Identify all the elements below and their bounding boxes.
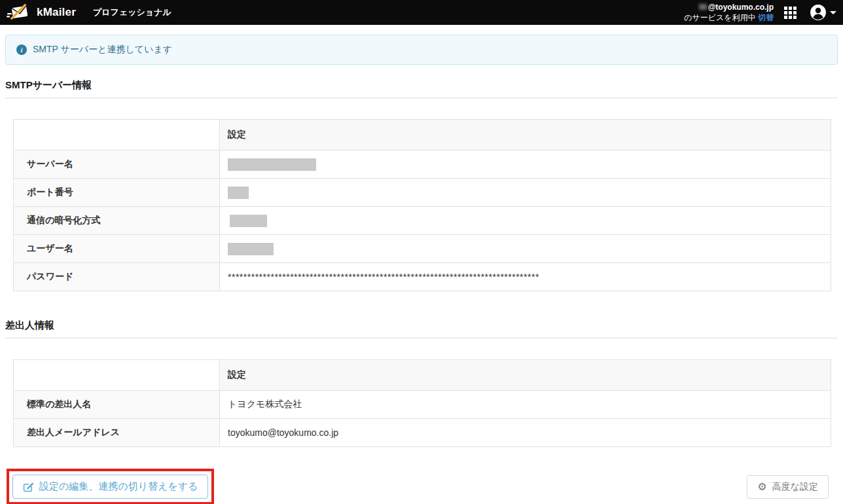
row-value xyxy=(220,235,831,263)
smtp-settings-table: 設定 サーバー名 ポート番号 通信の暗号化方式 ユーザー名 パスワード ****… xyxy=(13,119,831,291)
table-row: ポート番号 xyxy=(14,179,831,207)
sender-name-value: トヨクモ株式会社 xyxy=(220,391,831,419)
edit-button-label: 設定の編集、連携の切り替えをする xyxy=(39,480,198,493)
redacted-username xyxy=(699,4,707,10)
footer-actions: 設定の編集、連携の切り替えをする ⚙ 高度な設定 xyxy=(7,469,829,504)
apps-grid-icon[interactable] xyxy=(784,7,797,19)
table-row: 通信の暗号化方式 xyxy=(14,207,831,235)
advanced-button-label: 高度な設定 xyxy=(772,481,818,493)
sender-email-value: toyokumo@toyokumo.co.jp xyxy=(220,419,831,447)
smtp-section-title: SMTPサーバー情報 xyxy=(5,79,838,98)
row-label: サーバー名 xyxy=(14,151,220,179)
plan-label: プロフェッショナル xyxy=(93,7,171,18)
table-corner-cell xyxy=(14,120,220,151)
table-row: サーバー名 xyxy=(14,151,831,179)
row-label: ユーザー名 xyxy=(14,235,220,263)
edit-settings-button[interactable]: 設定の編集、連携の切り替えをする xyxy=(12,475,208,499)
account-email: @toyokumo.co.jp xyxy=(684,2,774,12)
table-header-row: 設定 xyxy=(14,120,831,151)
smtp-link-alert: i SMTP サーバーと連携しています xyxy=(5,35,838,65)
alert-message: SMTP サーバーと連携しています xyxy=(33,44,172,56)
sender-info-table: 設定 標準の差出人名 トヨクモ株式会社 差出人メールアドレス toyokumo@… xyxy=(13,359,831,447)
row-label: ポート番号 xyxy=(14,179,220,207)
account-info: @toyokumo.co.jp のサービスを利用中 切替 xyxy=(684,2,774,23)
redacted-value xyxy=(228,243,274,255)
table-corner-cell xyxy=(14,360,220,391)
caret-down-icon xyxy=(830,11,836,14)
switch-service-link[interactable]: 切替 xyxy=(758,13,774,22)
settings-column-header: 設定 xyxy=(220,360,831,391)
info-icon: i xyxy=(16,45,27,55)
service-status-line: のサービスを利用中 切替 xyxy=(684,12,774,23)
row-value xyxy=(220,207,831,235)
user-avatar-icon xyxy=(810,4,827,21)
gear-icon: ⚙ xyxy=(757,482,766,492)
table-header-row: 設定 xyxy=(14,360,831,391)
settings-column-header: 設定 xyxy=(220,120,831,151)
edit-icon xyxy=(23,481,34,492)
brand-name: kMailer xyxy=(37,6,76,19)
brand-logo-icon xyxy=(7,3,31,22)
sender-section-title: 差出人情報 xyxy=(5,319,838,338)
row-label: パスワード xyxy=(14,263,220,291)
redacted-value xyxy=(228,187,249,199)
table-row: パスワード **********************************… xyxy=(14,263,831,291)
password-masked-value: ****************************************… xyxy=(220,263,831,291)
row-value xyxy=(220,151,831,179)
brand-home-link[interactable]: kMailer xyxy=(7,3,76,22)
advanced-settings-button[interactable]: ⚙ 高度な設定 xyxy=(747,475,829,499)
user-menu[interactable] xyxy=(810,4,836,21)
table-row: 差出人メールアドレス toyokumo@toyokumo.co.jp xyxy=(14,419,831,447)
row-value xyxy=(220,179,831,207)
row-label: 標準の差出人名 xyxy=(14,391,220,419)
redacted-value xyxy=(228,158,316,171)
row-label: 差出人メールアドレス xyxy=(14,419,220,447)
table-row: 標準の差出人名 トヨクモ株式会社 xyxy=(14,391,831,419)
top-navbar: kMailer プロフェッショナル @toyokumo.co.jp のサービスを… xyxy=(0,0,843,25)
row-label: 通信の暗号化方式 xyxy=(14,207,220,235)
redacted-value xyxy=(230,215,267,227)
annotation-highlight-box: 設定の編集、連携の切り替えをする xyxy=(7,469,214,504)
table-row: ユーザー名 xyxy=(14,235,831,263)
